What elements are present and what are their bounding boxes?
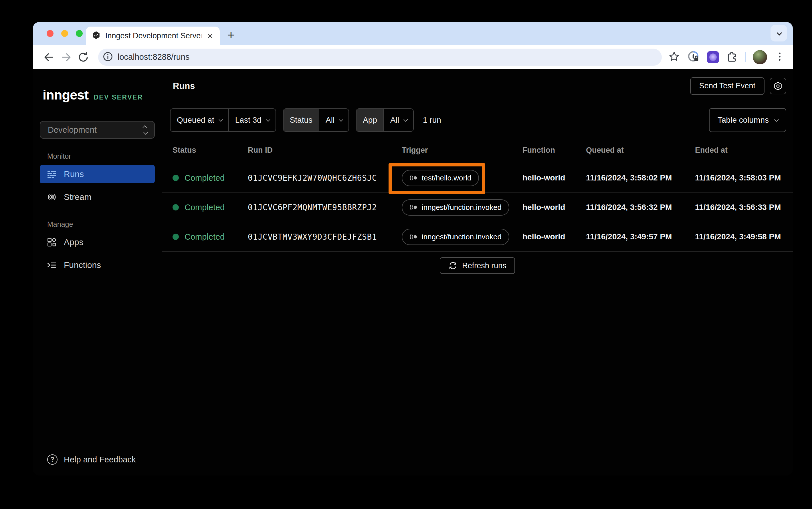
- column-ended-at: Ended at: [695, 146, 793, 155]
- help-question-icon: ?: [47, 454, 58, 465]
- sidebar-item-apps[interactable]: Apps: [40, 233, 155, 251]
- status-dot-icon: [172, 175, 179, 181]
- help-and-feedback[interactable]: ? Help and Feedback: [40, 454, 155, 465]
- status-cell: Completed: [172, 203, 248, 212]
- table-columns-button[interactable]: Table columns: [709, 108, 786, 132]
- stream-broadcast-icon: [46, 192, 57, 202]
- status-filter-label: Status: [284, 109, 319, 131]
- trigger-cell: inngest/function.invoked: [402, 199, 522, 215]
- sidebar-item-runs[interactable]: Runs: [40, 165, 155, 183]
- function-name[interactable]: hello-world: [522, 232, 586, 241]
- app-filter-value: All: [390, 115, 399, 125]
- run-id[interactable]: 01JCVBTMV3WXY9D3CFDEJFZSB1: [248, 232, 402, 242]
- toolbar-right: [668, 50, 785, 64]
- sidebar-item-stream[interactable]: Stream: [40, 188, 155, 206]
- password-manager-icon[interactable]: [687, 50, 700, 64]
- status-cell: Completed: [172, 232, 248, 242]
- table-row[interactable]: Completed 01JCVBTMV3WXY9D3CFDEJFZSB1 inn…: [162, 222, 793, 252]
- runs-list-icon: [46, 169, 57, 179]
- time-range-value: Last 3d: [235, 115, 261, 125]
- column-trigger: Trigger: [402, 146, 522, 155]
- new-tab-button[interactable]: +: [227, 28, 235, 41]
- chevron-down-icon: [339, 117, 343, 122]
- ended-at-value: 11/16/2024, 3:56:33 PM: [695, 203, 793, 212]
- refresh-runs-button[interactable]: Refresh runs: [440, 257, 515, 274]
- function-name[interactable]: hello-world: [522, 203, 586, 212]
- close-window-button[interactable]: [46, 30, 54, 37]
- settings-gear-button[interactable]: [770, 78, 786, 94]
- queued-at-value: 11/16/2024, 3:58:02 PM: [586, 173, 695, 182]
- function-name[interactable]: hello-world: [522, 173, 586, 182]
- status-text: Completed: [185, 232, 225, 242]
- site-info-icon[interactable]: [102, 51, 113, 64]
- trigger-badge[interactable]: test/hello.world: [402, 170, 479, 186]
- url-bar[interactable]: localhost:8288/runs: [98, 48, 662, 66]
- environment-value: Development: [48, 125, 97, 135]
- run-count: 1 run: [423, 115, 441, 125]
- time-filter: Queued at Last 3d: [170, 108, 276, 132]
- runs-page: Runs Send Test Event Queued at Last 3d: [162, 69, 793, 476]
- ended-at-value: 11/16/2024, 3:58:03 PM: [695, 173, 793, 182]
- sidebar-item-label: Apps: [64, 237, 83, 247]
- minimize-window-button[interactable]: [61, 30, 68, 37]
- run-id[interactable]: 01JCVC9EFKJ2W70WQHC6ZH6SJC: [248, 173, 402, 183]
- page-header: Runs Send Test Event: [162, 69, 793, 103]
- event-pulse-icon: [410, 204, 417, 210]
- chevron-down-icon: [219, 117, 223, 122]
- filter-bar: Queued at Last 3d Status All: [162, 103, 793, 137]
- trigger-name: test/hello.world: [422, 174, 471, 182]
- chevron-down-icon: [266, 117, 270, 122]
- status-text: Completed: [185, 203, 225, 212]
- back-icon[interactable]: [43, 51, 55, 64]
- sidebar-item-functions[interactable]: Functions: [40, 256, 155, 274]
- status-dot-icon: [172, 204, 179, 210]
- extension-icon[interactable]: [707, 51, 719, 63]
- tab-strip: Inngest Development Server × +: [33, 22, 793, 45]
- run-id[interactable]: 01JCVC6PF2MQNMTWE95BBRZPJ2: [248, 203, 402, 212]
- forward-icon[interactable]: [60, 51, 72, 64]
- browser-tab[interactable]: Inngest Development Server ×: [86, 27, 220, 45]
- table-columns-label: Table columns: [718, 115, 769, 125]
- chevron-down-icon: [774, 117, 779, 122]
- section-monitor-label: Monitor: [40, 152, 155, 161]
- trigger-name: inngest/function.invoked: [422, 233, 501, 241]
- trigger-cell: test/hello.world: [402, 170, 522, 186]
- table-row[interactable]: Completed 01JCVC9EFKJ2W70WQHC6ZH6SJC tes…: [162, 163, 793, 193]
- trigger-badge[interactable]: inngest/function.invoked: [402, 229, 509, 245]
- status-filter-button[interactable]: All: [319, 109, 349, 131]
- status-text: Completed: [185, 173, 225, 183]
- inngest-logo: inngest: [43, 87, 89, 103]
- app-filter-button[interactable]: All: [383, 109, 413, 131]
- status-filter: Status All: [283, 108, 349, 132]
- tab-title: Inngest Development Server: [105, 31, 201, 40]
- globe-glyph: [709, 54, 717, 61]
- tab-close-icon[interactable]: ×: [206, 31, 214, 41]
- functions-list-icon: [46, 260, 57, 270]
- send-test-event-button[interactable]: Send Test Event: [690, 77, 765, 95]
- bookmark-star-icon[interactable]: [668, 50, 680, 64]
- inngest-dev-server-app: inngest DEV SERVER Development Monitor R…: [33, 69, 793, 476]
- table-row[interactable]: Completed 01JCVC6PF2MQNMTWE95BBRZPJ2 inn…: [162, 193, 793, 222]
- column-function: Function: [522, 146, 586, 155]
- queued-at-filter-button[interactable]: Queued at: [170, 109, 228, 131]
- browser-menu-kebab-icon[interactable]: [774, 51, 785, 64]
- status-dot-icon: [172, 234, 179, 240]
- table-header: Status Run ID Trigger Function Queued at…: [162, 137, 793, 163]
- time-range-filter-button[interactable]: Last 3d: [228, 109, 275, 131]
- reload-icon[interactable]: [77, 51, 90, 64]
- sidebar-item-label: Functions: [64, 260, 101, 270]
- zoom-window-button[interactable]: [76, 30, 83, 37]
- profile-avatar[interactable]: [753, 50, 767, 64]
- trigger-badge[interactable]: inngest/function.invoked: [402, 199, 509, 215]
- app-filter: App All: [356, 108, 414, 132]
- trigger-cell: inngest/function.invoked: [402, 229, 522, 245]
- extensions-puzzle-icon[interactable]: [726, 50, 738, 64]
- tab-search-chevron-button[interactable]: [771, 25, 787, 41]
- inngest-favicon-icon: [92, 31, 101, 41]
- trigger-name: inngest/function.invoked: [422, 203, 501, 212]
- url-text[interactable]: localhost:8288/runs: [118, 52, 190, 62]
- environment-select[interactable]: Development: [40, 121, 155, 139]
- app-filter-label: App: [357, 109, 383, 131]
- status-cell: Completed: [172, 173, 248, 183]
- queued-at-label: Queued at: [177, 115, 214, 125]
